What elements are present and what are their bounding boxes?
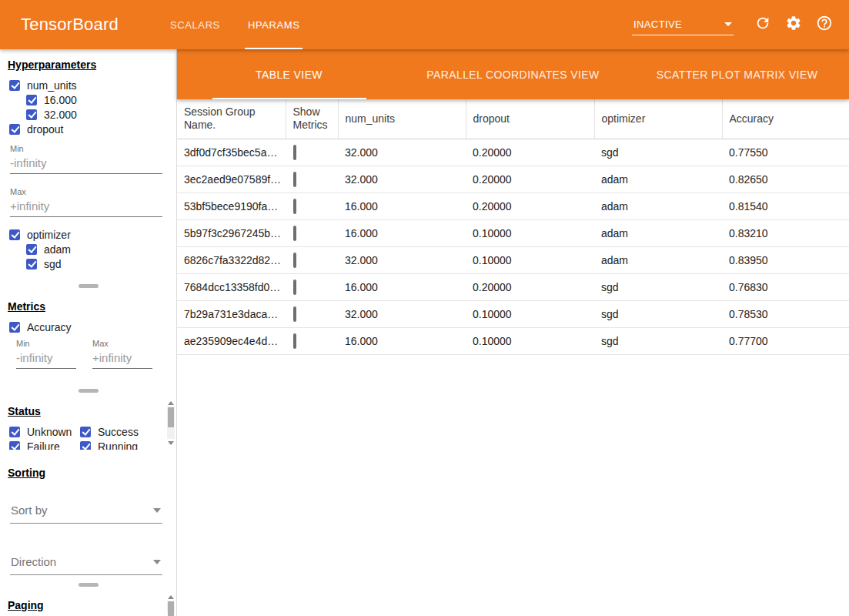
checkbox-icon	[9, 441, 20, 450]
num-units-cell: 16.000	[338, 327, 466, 354]
header-spacer	[313, 0, 632, 49]
help-icon	[816, 15, 833, 35]
checkbox-status-failure[interactable]: Failure	[9, 439, 79, 450]
accuracy-cell: 0.76830	[722, 273, 849, 300]
sorting-section: Sorting Sort by Direction	[0, 456, 176, 579]
dropout-max-label: Max	[10, 187, 169, 196]
scroll-down-icon[interactable]	[167, 439, 175, 447]
accuracy-cell: 0.83210	[722, 219, 849, 246]
sorting-heading: Sorting	[8, 467, 169, 479]
settings-button[interactable]	[778, 9, 809, 40]
checkbox-dropout[interactable]: dropout	[9, 122, 169, 136]
scrollbar-thumb[interactable]	[168, 407, 174, 427]
column-header-session-group-name[interactable]: Session Group Name.	[177, 99, 286, 139]
section-resize-handle[interactable]	[0, 385, 176, 396]
accuracy-cell: 0.83950	[722, 246, 849, 273]
checkbox-status-unknown[interactable]: Unknown	[9, 424, 79, 439]
checkbox-icon	[26, 259, 37, 270]
accuracy-cell: 0.81540	[722, 192, 849, 219]
status-heading: Status	[8, 405, 169, 417]
dropout-min-input[interactable]	[10, 155, 162, 174]
checkbox-icon	[9, 229, 20, 240]
checkbox-num-units-16[interactable]: 16.000	[26, 92, 169, 107]
dropout-cell: 0.10000	[466, 246, 594, 273]
show-metrics-checkbox[interactable]	[293, 280, 296, 295]
tab-parallel-coordinates-view[interactable]: PARALLEL COORDINATES VIEW	[401, 49, 625, 99]
accuracy-cell: 0.82650	[722, 166, 849, 192]
refresh-button[interactable]	[747, 9, 778, 40]
hparams-sidebar: Hyperparameters num_units 16.000 32.000 …	[0, 49, 177, 616]
dropout-cell: 0.20000	[466, 273, 594, 300]
accuracy-cell: 0.77550	[722, 139, 849, 166]
column-header-num-units[interactable]: num_units	[338, 99, 466, 139]
show-metrics-checkbox[interactable]	[293, 306, 296, 322]
accuracy-max-input[interactable]	[92, 350, 152, 369]
num-units-cell: 32.000	[338, 139, 466, 166]
checkbox-optimizer-sgd[interactable]: sgd	[26, 256, 169, 271]
scrollbar-track[interactable]	[167, 407, 175, 439]
content: Hyperparameters num_units 16.000 32.000 …	[0, 49, 849, 616]
show-metrics-checkbox[interactable]	[293, 333, 296, 349]
optimizer-cell: adam	[594, 192, 722, 219]
reload-status-dropdown[interactable]: INACTIVE	[632, 15, 734, 35]
dropout-cell: 0.20000	[466, 139, 594, 166]
dropout-cell: 0.10000	[466, 300, 594, 327]
section-gap	[0, 450, 176, 456]
help-button[interactable]	[809, 9, 840, 40]
optimizer-cell: adam	[594, 166, 722, 192]
show-metrics-checkbox[interactable]	[293, 145, 296, 160]
metrics-section: Metrics Accuracy Min Max	[0, 291, 176, 385]
scroll-up-icon[interactable]	[167, 593, 175, 601]
checkbox-num-units-32[interactable]: 32.000	[26, 107, 169, 122]
column-header-dropout[interactable]: dropout	[466, 99, 594, 139]
tab-table-view[interactable]: TABLE VIEW	[177, 49, 401, 99]
checkbox-icon	[9, 427, 20, 437]
status-scrollbar[interactable]	[167, 399, 175, 447]
session-group-name: 7684dcc13358fd0…	[177, 273, 286, 300]
scroll-up-icon[interactable]	[167, 399, 175, 407]
column-header-optimizer[interactable]: optimizer	[594, 99, 722, 139]
tensorboard-app: TensorBoard SCALARS HPARAMS INACTIVE Hyp…	[0, 0, 849, 616]
paging-scrollbar[interactable]	[167, 593, 175, 613]
table-row: 7b29a731e3daca… 32.000 0.10000 sgd 0.785…	[177, 300, 849, 327]
checkbox-optimizer-adam[interactable]: adam	[26, 242, 169, 256]
session-group-table-wrap: Session Group Name. Show Metrics num_uni…	[177, 99, 849, 616]
section-resize-handle[interactable]	[0, 280, 176, 291]
dropout-min-label: Min	[10, 144, 169, 153]
scrollbar-thumb[interactable]	[168, 601, 174, 616]
sort-by-select[interactable]: Sort by	[10, 500, 162, 524]
checkbox-accuracy[interactable]: Accuracy	[9, 320, 169, 334]
view-tabs: TABLE VIEW PARALLEL COORDINATES VIEW SCA…	[177, 49, 849, 99]
show-metrics-checkbox[interactable]	[293, 199, 296, 214]
refresh-icon	[754, 15, 771, 35]
num-units-cell: 16.000	[338, 273, 466, 300]
accuracy-min-input[interactable]	[16, 350, 76, 369]
hyperparameters-heading: Hyperparameters	[8, 59, 169, 71]
tab-scalars[interactable]: SCALARS	[156, 0, 234, 49]
column-header-show-metrics[interactable]: Show Metrics	[286, 99, 338, 139]
scrollbar-track[interactable]	[167, 601, 175, 613]
show-metrics-checkbox[interactable]	[293, 172, 296, 187]
session-group-name: 3df0d7cf35bec5a…	[177, 139, 286, 166]
checkbox-num-units[interactable]: num_units	[9, 78, 169, 92]
checkbox-icon	[26, 109, 37, 120]
chevron-down-icon	[724, 22, 732, 26]
status-options: Unknown Success Failure Running	[8, 424, 169, 450]
direction-select[interactable]: Direction	[10, 551, 162, 575]
show-metrics-checkbox[interactable]	[293, 253, 296, 268]
checkbox-status-success[interactable]: Success	[80, 424, 155, 439]
section-resize-handle[interactable]	[0, 579, 176, 590]
tab-hparams[interactable]: HPARAMS	[234, 0, 314, 49]
dropout-max-input[interactable]	[10, 198, 162, 217]
table-row: 53bf5bece9190fa… 16.000 0.20000 adam 0.8…	[177, 192, 849, 219]
checkbox-status-running[interactable]: Running	[80, 439, 155, 450]
table-row: 3df0d7cf35bec5a… 32.000 0.20000 sgd 0.77…	[177, 139, 849, 166]
tab-scatter-plot-matrix-view[interactable]: SCATTER PLOT MATRIX VIEW	[625, 49, 849, 99]
show-metrics-checkbox[interactable]	[293, 226, 296, 241]
checkbox-optimizer[interactable]: optimizer	[9, 227, 169, 242]
checkbox-icon	[9, 124, 20, 135]
top-nav: SCALARS HPARAMS	[156, 0, 313, 49]
column-header-accuracy[interactable]: Accuracy	[722, 99, 849, 139]
checkbox-icon	[80, 427, 91, 437]
num-units-cell: 32.000	[338, 166, 466, 192]
